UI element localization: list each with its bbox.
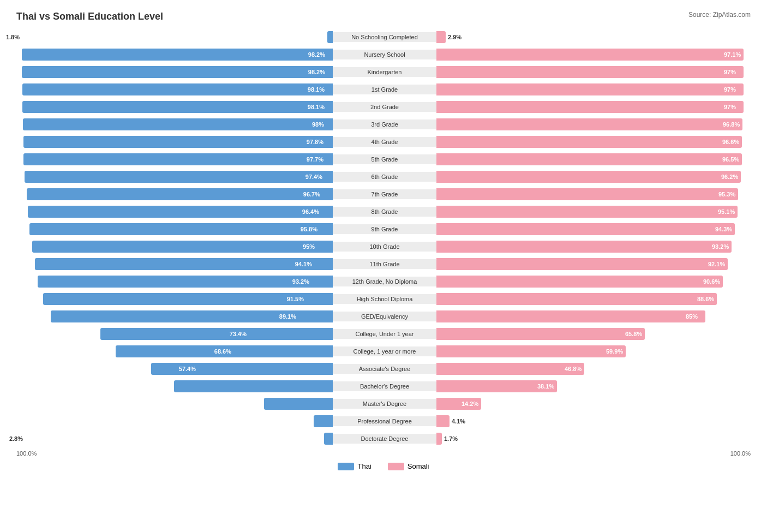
thai-value: 97.7% <box>307 156 323 163</box>
bar-label: 2nd Grade <box>333 102 436 112</box>
thai-bar <box>324 433 333 445</box>
left-bar-container: 95% <box>16 240 333 253</box>
thai-value: 95% <box>303 243 315 250</box>
right-bar-container: 85% <box>436 310 753 323</box>
right-bar-container: 59.9% <box>436 345 753 358</box>
thai-value: 93.2% <box>292 278 309 285</box>
bar-row: 96.7%7th Grade95.3% <box>16 186 751 202</box>
right-bar-container: 97% <box>436 65 753 79</box>
somali-bar <box>436 206 738 218</box>
somali-value: 95.1% <box>718 208 735 215</box>
thai-bar <box>23 118 333 130</box>
somali-value: 92.1% <box>708 261 725 267</box>
bar-row: 6.1%Professional Degree4.1% <box>16 413 751 429</box>
bar-row: 97.4%6th Grade96.2% <box>16 169 751 185</box>
somali-bar <box>436 83 744 95</box>
right-bar-container: 14.2% <box>436 397 753 410</box>
somali-bar <box>436 118 742 130</box>
bar-row: 73.4%College, Under 1 year65.8% <box>16 326 751 342</box>
thai-value: 98% <box>312 121 324 128</box>
somali-bar <box>436 258 728 270</box>
thai-value: 96.4% <box>302 208 319 215</box>
bar-label: No Schooling Completed <box>333 32 436 42</box>
source-label: Source: ZipAtlas.com <box>688 11 751 19</box>
somali-value: 97% <box>724 104 736 110</box>
thai-bar <box>100 328 333 340</box>
left-bar-container: 50.1% <box>16 380 333 393</box>
chart-container: Thai vs Somali Education Level Source: Z… <box>16 11 751 470</box>
bar-row: 96.4%8th Grade95.1% <box>16 204 751 220</box>
thai-bar <box>32 241 333 253</box>
somali-value: 88.6% <box>697 296 714 302</box>
somali-bar <box>436 136 742 148</box>
bar-label: 5th Grade <box>333 154 436 164</box>
thai-label: Thai <box>357 462 371 470</box>
left-bar-container: 97.7% <box>16 153 333 166</box>
thai-bar <box>22 66 333 78</box>
thai-bar <box>22 83 333 95</box>
bar-label: 8th Grade <box>333 207 436 217</box>
right-bar-container: 2.9% <box>436 31 753 44</box>
thai-value: 97.8% <box>307 139 323 145</box>
bar-row: 98.1%2nd Grade97% <box>16 99 751 115</box>
thai-value: 50.1% <box>156 383 173 390</box>
left-bar-container: 98.2% <box>16 65 333 79</box>
somali-value: 90.6% <box>703 278 720 285</box>
somali-bar <box>436 49 744 61</box>
thai-bar <box>174 380 333 392</box>
chart-rows: 1.8%No Schooling Completed2.9%98.2%Nurse… <box>16 29 751 448</box>
left-bar-container: 21.7% <box>16 397 333 410</box>
somali-label: Somali <box>408 462 429 470</box>
bar-row: 50.1%Bachelor's Degree38.1% <box>16 378 751 394</box>
thai-bar <box>23 153 333 165</box>
axis-right: 100.0% <box>435 450 751 457</box>
bar-row: 97.7%5th Grade96.5% <box>16 151 751 168</box>
thai-bar <box>35 258 333 270</box>
left-bar-container: 93.2% <box>16 275 333 288</box>
right-bar-container: 97% <box>436 100 753 113</box>
left-bar-container: 2.8% <box>16 432 333 445</box>
somali-bar <box>436 223 735 235</box>
thai-value: 94.1% <box>295 261 312 267</box>
bar-label: 6th Grade <box>333 172 436 182</box>
somali-bar <box>436 293 717 305</box>
somali-value: 2.9% <box>448 34 462 40</box>
bar-row: 93.2%12th Grade, No Diploma90.6% <box>16 273 751 290</box>
thai-value: 98.1% <box>308 104 325 110</box>
bar-label: Associate's Degree <box>333 364 436 374</box>
somali-value: 96.5% <box>722 156 739 163</box>
thai-color-swatch <box>338 463 354 470</box>
thai-value: 21.7% <box>66 401 83 407</box>
bar-row: 98.1%1st Grade97% <box>16 81 751 98</box>
thai-bar <box>28 206 333 218</box>
bar-row: 91.5%High School Diploma88.6% <box>16 291 751 307</box>
axis-left: 100.0% <box>16 450 332 457</box>
bar-row: 98.2%Nursery School97.1% <box>16 46 751 63</box>
right-bar-container: 94.3% <box>436 223 753 236</box>
bar-row: 57.4%Associate's Degree46.8% <box>16 361 751 377</box>
bar-row: 1.8%No Schooling Completed2.9% <box>16 29 751 45</box>
bar-label: 9th Grade <box>333 224 436 234</box>
thai-value: 97.4% <box>305 174 322 180</box>
bar-row: 94.1%11th Grade92.1% <box>16 256 751 272</box>
somali-bar <box>436 310 705 322</box>
right-bar-container: 93.2% <box>436 240 753 253</box>
thai-bar <box>314 415 333 427</box>
somali-value: 94.3% <box>715 226 732 232</box>
bar-label: 11th Grade <box>333 259 436 269</box>
somali-value: 4.1% <box>452 418 465 425</box>
somali-value: 46.8% <box>565 366 582 372</box>
right-bar-container: 96.8% <box>436 118 753 131</box>
right-bar-container: 97.1% <box>436 48 753 61</box>
bar-label: 4th Grade <box>333 137 436 147</box>
somali-bar <box>436 31 446 43</box>
thai-value: 6.1% <box>20 418 33 425</box>
somali-bar <box>436 171 741 183</box>
thai-value: 57.4% <box>179 366 196 372</box>
thai-value: 2.8% <box>9 435 23 442</box>
left-bar-container: 91.5% <box>16 292 333 306</box>
somali-color-swatch <box>388 463 404 470</box>
thai-bar <box>22 101 333 113</box>
bar-label: 7th Grade <box>333 189 436 199</box>
thai-bar <box>25 171 333 183</box>
